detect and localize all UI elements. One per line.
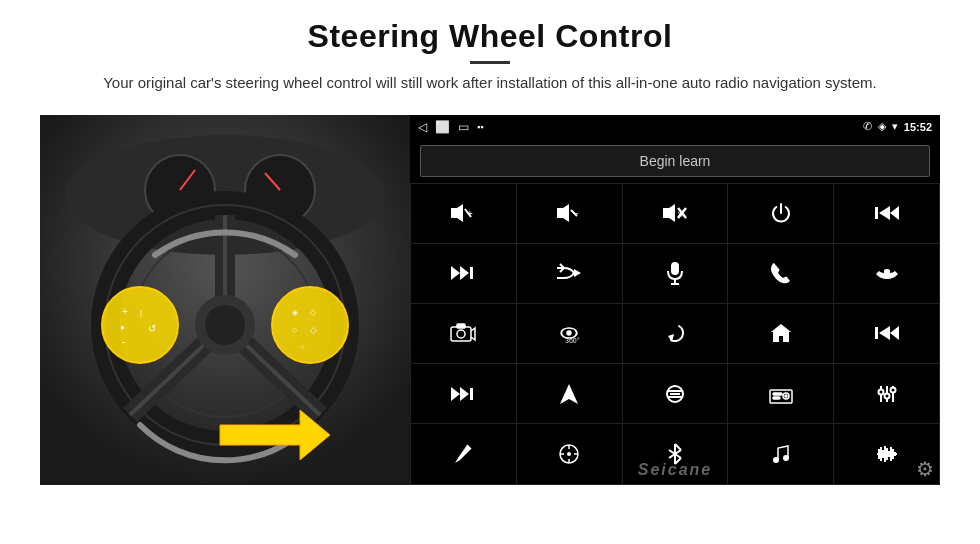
shuffle-icon	[556, 263, 582, 283]
grid-cell-prev[interactable]	[834, 184, 939, 243]
status-bar: ◁ ⬜ ▭ ▪▪ ✆ ◈ ▾ 15:52	[410, 115, 940, 139]
mute-icon: ×	[661, 203, 689, 223]
svg-point-83	[890, 387, 895, 392]
gear-settings-icon[interactable]: ⚙	[916, 457, 934, 481]
status-bar-left: ◁ ⬜ ▭ ▪▪	[418, 120, 483, 134]
vol-up-icon: +	[449, 203, 477, 223]
camera-icon	[450, 323, 476, 343]
grid-cell-radio[interactable]	[728, 364, 833, 423]
grid-cell-compass[interactable]	[517, 424, 622, 483]
svg-text:+: +	[122, 306, 128, 317]
phone-icon: ✆	[863, 120, 872, 133]
vol-down-icon: −	[555, 203, 583, 223]
icon-grid: + −	[410, 183, 940, 485]
svg-rect-56	[457, 324, 465, 328]
grid-cell-navigate[interactable]	[517, 364, 622, 423]
grid-cell-back[interactable]	[623, 304, 728, 363]
svg-marker-43	[451, 266, 460, 280]
radio-icon	[769, 384, 793, 404]
status-bar-right: ✆ ◈ ▾ 15:52	[863, 120, 932, 133]
grid-cell-mixer[interactable]	[834, 364, 939, 423]
svg-point-85	[567, 452, 571, 456]
svg-text:+: +	[467, 208, 473, 219]
svg-rect-45	[470, 267, 473, 279]
grid-cell-camera[interactable]	[411, 304, 516, 363]
signal-icon: ▪▪	[477, 122, 483, 132]
page-container: Steering Wheel Control Your original car…	[0, 0, 980, 544]
eq-icon	[664, 383, 686, 405]
grid-cell-power[interactable]	[728, 184, 833, 243]
back-nav-icon[interactable]: ◁	[418, 120, 427, 134]
svg-text:◈: ◈	[292, 308, 299, 317]
grid-cell-360[interactable]: 360°	[517, 304, 622, 363]
svg-point-82	[884, 393, 889, 398]
pen-icon	[453, 443, 473, 465]
page-title: Steering Wheel Control	[103, 18, 877, 55]
svg-point-81	[878, 389, 883, 394]
grid-cell-home[interactable]	[728, 304, 833, 363]
grid-cell-shuffle[interactable]	[517, 244, 622, 303]
recent-nav-icon[interactable]: ▭	[458, 120, 469, 134]
grid-cell-mute[interactable]: ×	[623, 184, 728, 243]
phone-call-icon	[770, 262, 792, 284]
grid-cell-pen[interactable]	[411, 424, 516, 483]
svg-point-55	[457, 330, 465, 338]
svg-marker-44	[460, 266, 469, 280]
svg-rect-54	[451, 327, 471, 341]
time-display: 15:52	[904, 121, 932, 133]
grid-cell-phone[interactable]	[728, 244, 833, 303]
svg-rect-75	[773, 393, 782, 395]
svg-point-95	[773, 457, 779, 463]
svg-marker-33	[557, 204, 569, 222]
svg-marker-36	[663, 204, 675, 222]
svg-text:×: ×	[677, 209, 683, 220]
svg-marker-64	[890, 326, 899, 340]
skip-back-icon	[875, 324, 899, 342]
grid-cell-music[interactable]	[728, 424, 833, 483]
svg-point-16	[205, 305, 245, 345]
svg-marker-63	[879, 326, 890, 340]
grid-cell-vol-down[interactable]: −	[517, 184, 622, 243]
svg-marker-48	[574, 269, 581, 277]
fast-forward-icon	[451, 385, 475, 403]
svg-marker-66	[460, 387, 469, 401]
home-nav-icon[interactable]: ⬜	[435, 120, 450, 134]
next-track-icon	[451, 264, 475, 282]
mixer-icon	[876, 384, 898, 404]
grid-cell-hangup[interactable]	[834, 244, 939, 303]
svg-marker-68	[560, 384, 578, 404]
grid-cell-vol-up[interactable]: +	[411, 184, 516, 243]
svg-marker-42	[890, 206, 899, 220]
content-row: + ● - | ↺ ◈ ◇ ○ ◇ ○	[40, 115, 940, 485]
home-icon	[770, 322, 792, 344]
grid-cell-mic[interactable]	[623, 244, 728, 303]
begin-learn-button[interactable]: Begin learn	[420, 145, 930, 177]
svg-marker-29	[451, 204, 463, 222]
svg-marker-61	[771, 324, 791, 342]
svg-text:○: ○	[292, 325, 297, 335]
svg-rect-62	[875, 327, 878, 339]
360-view-icon: 360°	[555, 322, 583, 344]
svg-text:◇: ◇	[310, 325, 317, 335]
svg-text:○: ○	[300, 342, 305, 351]
svg-rect-40	[875, 207, 878, 219]
location-icon: ◈	[878, 120, 886, 133]
svg-point-77	[785, 395, 787, 397]
grid-cell-next[interactable]	[411, 244, 516, 303]
begin-learn-row: Begin learn	[410, 139, 940, 183]
svg-text:-: -	[122, 336, 125, 347]
svg-text:|: |	[140, 308, 142, 317]
watermark: Seicane	[638, 461, 712, 479]
grid-cell-skip-back[interactable]	[834, 304, 939, 363]
grid-cell-eq[interactable]	[623, 364, 728, 423]
title-section: Steering Wheel Control Your original car…	[103, 18, 877, 95]
svg-point-58	[567, 331, 571, 335]
svg-rect-76	[773, 397, 780, 399]
page-subtitle: Your original car's steering wheel contr…	[103, 72, 877, 95]
headunit-ui: ◁ ⬜ ▭ ▪▪ ✆ ◈ ▾ 15:52 Begin learn	[410, 115, 940, 485]
waveform-icon	[875, 444, 899, 464]
svg-point-17	[102, 287, 178, 363]
svg-text:◇: ◇	[310, 308, 317, 317]
prev-track-icon	[875, 204, 899, 222]
grid-cell-ff[interactable]	[411, 364, 516, 423]
